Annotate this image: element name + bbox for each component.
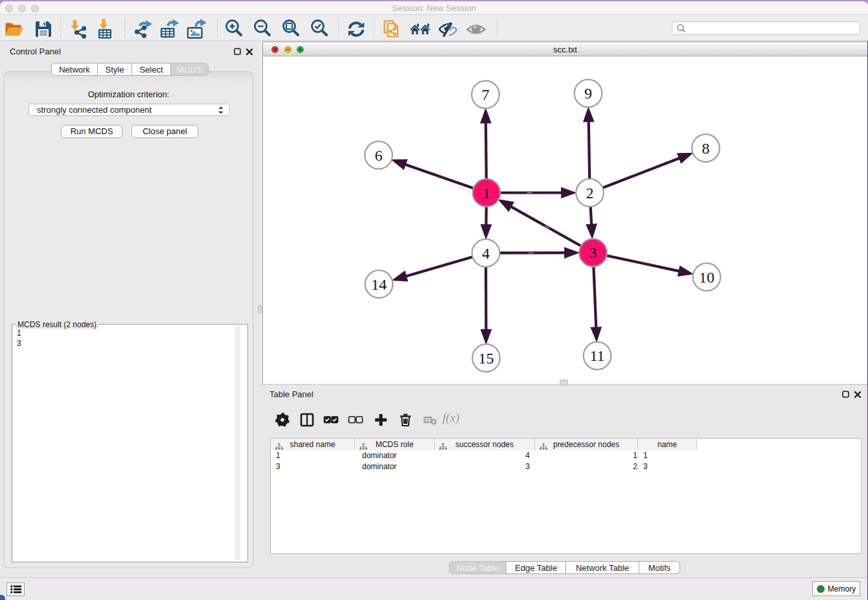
svg-text:14: 14 <box>371 276 387 293</box>
svg-text:3: 3 <box>589 244 597 261</box>
svg-text:4: 4 <box>482 245 490 262</box>
svg-text:7: 7 <box>482 86 490 103</box>
svg-text:15: 15 <box>479 350 494 367</box>
svg-text:10: 10 <box>699 269 714 286</box>
svg-text:2: 2 <box>586 185 594 202</box>
svg-text:6: 6 <box>375 147 383 164</box>
svg-text:1: 1 <box>483 185 490 202</box>
svg-text:11: 11 <box>589 347 604 364</box>
svg-text:9: 9 <box>584 85 592 102</box>
svg-text:8: 8 <box>702 140 710 157</box>
